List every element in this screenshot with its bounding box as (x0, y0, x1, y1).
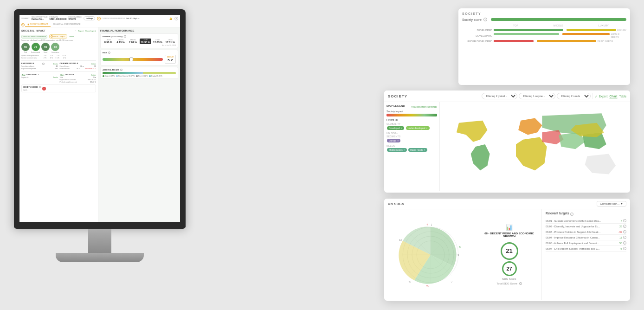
right-panel: FINANCIAL PERFORMANCE RETURN (years aver… (98, 27, 180, 222)
map-legend-title: MAP LEGEND (386, 104, 405, 107)
env-label: Environmental (31, 52, 40, 53)
main-content: SOCIETAL IMPACT ↓ Report Show legend ESG… (19, 27, 180, 222)
score-bubble-21: 21 (501, 242, 518, 260)
asset-header: ASSET CLASS MIX i (103, 69, 176, 71)
return-6m: 6 Months 7.84 % (127, 39, 139, 44)
compare-button[interactable]: Compare with... ▼ (597, 201, 626, 207)
gauge-indicator (129, 58, 133, 61)
divider1 (21, 60, 96, 61)
legend-link[interactable]: Show legend (85, 30, 96, 32)
env-score-item: 76 Environmental (31, 43, 40, 53)
return-section: RETURN (years average) i 1 Month 8.90 % (100, 33, 178, 48)
developing-row: DEVELOPING MIDDLE NEEDS (462, 33, 626, 39)
society-impact-label: Society impact (386, 110, 437, 113)
esg-details-link[interactable]: Details (69, 36, 74, 38)
needs-chips: Middle needs × Basic needs × (386, 148, 437, 152)
fixed-dot (116, 75, 118, 77)
equity-item: Equity 39.90 % (149, 75, 162, 77)
total-sdg-label: Total SDG Score i (496, 282, 522, 285)
target-row-5: 08.05 - Achieve Full Employment and Dece… (546, 240, 626, 246)
emissions-redu-row: Emissions Redu... 31 ● Well above 2°C ● (60, 68, 97, 70)
society-map-body: MAP LEGEND Visualisation settings Societ… (384, 102, 630, 191)
gov-label: Governance (52, 52, 59, 53)
society-score-label-block: SOCIETY SCORE i Impact... (23, 86, 41, 91)
society-score-panel: SOCIETY Society score i TOP MIDDLE LUXUR… (458, 8, 630, 85)
un-details-link[interactable]: Details (91, 74, 96, 76)
severe-label: Severe controversies (21, 57, 40, 59)
esg-value: 97.92 % (69, 18, 82, 20)
underdeveloped-chip[interactable]: Under developed × (406, 126, 430, 130)
tab-societal-impact[interactable]: C ◉ SOCIETAL IMPACT (21, 22, 51, 27)
report-link[interactable]: Report (78, 30, 84, 32)
cash-dot (103, 75, 104, 77)
segments-label: SEGMENTS (386, 135, 437, 138)
societal-impact-title: SOCIETAL IMPACT (21, 29, 46, 32)
tab-financial[interactable]: FINANCIAL PERFORMANCE (51, 22, 83, 27)
table-btn[interactable]: Table (619, 95, 626, 98)
esg-impact-details-link[interactable]: Details (53, 77, 58, 78)
top-labels: TOP MIDDLE LUXURY (496, 24, 626, 27)
esg-tag: ESG Env., Social & Governance (21, 35, 47, 39)
climate-col: CLIMATE MODULE Details Current Emiss... … (60, 62, 97, 70)
expand-icon[interactable]: ⤢ (595, 95, 597, 98)
svg-text:-7: -7 (451, 280, 453, 283)
society-score-bar (491, 18, 626, 21)
sensitive-row: Sensitive subjects 40 (21, 65, 58, 67)
export-btn[interactable]: Export (599, 95, 608, 98)
developed-chip[interactable]: Developed × (387, 126, 404, 130)
left-col (462, 24, 495, 27)
svg-text:5: 5 (459, 245, 461, 248)
world-map-svg (440, 102, 630, 191)
summary-label: SUMMARY (21, 18, 30, 19)
score-circles: 66 Total 76 Environmental (21, 43, 96, 53)
svg-text:55: 55 (426, 285, 429, 287)
total-sdg-info-icon: i (519, 282, 522, 285)
chart-btn[interactable]: Chart (609, 95, 617, 98)
map-actions: Filtering 2 global... Filtering 1 segme.… (482, 93, 626, 99)
score-stats: Quant. worst performers 2 % 3 % 1 % 12 %… (21, 55, 96, 59)
exposures-details-link[interactable]: Details (53, 63, 58, 65)
exposures-col: EXPOSURES i Details Sensitive subjects 4… (21, 62, 58, 70)
total-label: Total (24, 52, 27, 53)
dev-bar-1 (494, 29, 563, 31)
tabs-row: C ◉ SOCIETAL IMPACT FINANCIAL PERFORMANC… (19, 22, 180, 27)
asset-section: ASSET CLASS MIX i Cash -0.57 % (100, 67, 178, 79)
impact-gradient (386, 114, 437, 116)
middle-needs-chip[interactable]: Middle needs × (387, 148, 407, 152)
south-america (471, 144, 490, 170)
underdeveloped-row: UNDER DEVELOPED BASIC NEEDS (462, 40, 626, 43)
return-date: As of Jun 30, 2018 (103, 45, 176, 46)
australia (585, 154, 616, 174)
portfolio-section: SELECT PORTFOLIO Carbon Sp... (32, 16, 48, 20)
asset-legend: Cash -0.57 % Fixed Income 60.67 % (103, 75, 176, 77)
total-score-item: 66 Total (21, 43, 30, 53)
global-filter[interactable]: Filtering 2 global... (482, 93, 517, 99)
help-icon[interactable]: ? (174, 17, 178, 20)
fund-value: USD 1,000,000.00 (50, 18, 67, 20)
globality-chips: Developed × Under developed × (386, 126, 437, 130)
risk-label-box: MEDIUM 5.2 (165, 55, 176, 64)
return-1y[interactable]: 1 YEAR 19.38 % (140, 39, 151, 44)
bell-icon[interactable]: 🔔 (169, 17, 173, 20)
europe (518, 118, 542, 135)
undev-bar-1 (494, 40, 534, 42)
society-score-info-icon: i (483, 18, 487, 21)
filter-dropdowns: Filtering 2 global... Filtering 1 segme.… (482, 93, 591, 99)
viz-link[interactable]: Visualisation settings (411, 105, 437, 108)
europe-chip[interactable]: Europe × (387, 139, 400, 142)
needs-filter[interactable]: Filtering 2 needs (557, 93, 591, 99)
social-label: Social (44, 52, 47, 53)
fixed-income-item: Fixed Income 60.67 % (116, 75, 135, 77)
basic-needs-chip[interactable]: Basic needs × (408, 148, 427, 152)
summary-section: SUMMARY (21, 18, 30, 19)
dev2-bar-2 (562, 33, 610, 35)
climate-details-link[interactable]: Details (91, 63, 96, 65)
left-panel: SOCIETAL IMPACT ↓ Report Show legend ESG… (19, 27, 98, 222)
target-3-info: i (623, 230, 626, 233)
segment-filter[interactable]: Filtering 1 segme... (519, 93, 555, 99)
globality-label: GLOBALITY (386, 123, 437, 125)
esg-section: ESG COVERAGE 97.92 % (69, 16, 82, 20)
un-sdgs-chip-label: UN SDGs (386, 132, 437, 135)
sdg-radial-chart: 1 5 -7 -47 13 -7 5 55 (398, 222, 463, 287)
holdings-button[interactable]: Holdings (84, 16, 96, 20)
